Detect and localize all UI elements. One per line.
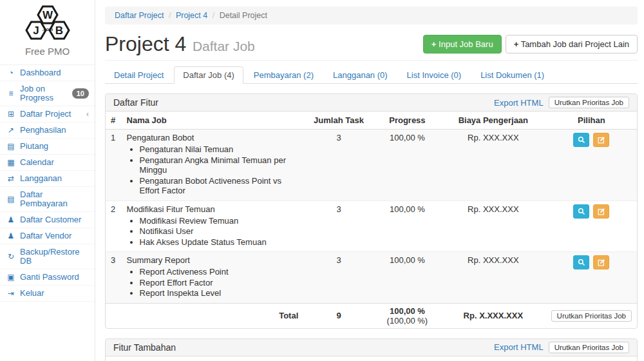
job-task-item: Report Effort Factor (140, 278, 299, 288)
biaya-cell: Rp. XXX.XXX (440, 252, 546, 304)
jumlah-task-cell: 3 (303, 200, 374, 252)
jumlah-task-cell: 3 (303, 252, 374, 304)
sidebar-item-label: Daftar Project (20, 110, 71, 119)
panel-heading-actions: Export HTML Urutkan Prioritas Job (494, 342, 629, 353)
col-progress: Progress (374, 112, 440, 130)
fitur-tambahan-table: # Nama Job Jumlah Task Progress Biaya Pe… (106, 356, 637, 361)
panel-heading: Daftar Fitur Export HTML Urutkan Priorit… (106, 94, 637, 112)
edit-job-button[interactable] (593, 133, 609, 147)
breadcrumb-separator: / (213, 11, 214, 20)
sidebar-item-backup-restore-db[interactable]: ↻ Backup/Restore DB (0, 244, 95, 269)
sidebar-item-daftar-project[interactable]: ⊞ Daftar Project ‹ (0, 106, 95, 122)
job-name: Pengaturan Bobot (127, 133, 194, 142)
jwb-logo-icon: W J B .com (18, 4, 77, 43)
users-icon: ♟ (6, 215, 16, 224)
table-row: 1 Pengaturan Bobot Pengaturan Nilai Temu… (106, 130, 637, 201)
tab-detail-project[interactable]: Detail Project (105, 66, 174, 83)
daftar-fitur-table: # Nama Job Jumlah Task Progress Biaya Pe… (106, 112, 637, 328)
col-jumlah-task: Jumlah Task (225, 356, 298, 361)
actions-cell (546, 252, 637, 304)
panel-title: Fitur Tambahan (113, 342, 176, 353)
tab-list-invoice[interactable]: List Invoice (0) (398, 66, 472, 83)
tab-pembayaran[interactable]: Pembayaran (2) (245, 66, 324, 83)
sidebar-item-penghasilan[interactable]: ↗ Penghasilan (0, 122, 95, 138)
app-logo[interactable]: W J B .com (0, 0, 95, 44)
sidebar-item-label: Job on Progress (20, 84, 72, 102)
svg-text:W: W (42, 9, 53, 21)
view-job-button[interactable] (573, 255, 589, 269)
job-task-list: Report Activeness Point Report Effort Fa… (140, 267, 299, 298)
actions-cell (546, 200, 637, 252)
empty-cell (106, 303, 122, 328)
sign-out-icon: ⇥ (6, 289, 16, 298)
sidebar-item-piutang[interactable]: ▤ Piutang (0, 139, 95, 154)
urutkan-prioritas-job-button[interactable]: Urutkan Prioritas Job (549, 97, 629, 108)
job-task-item: Report Inspekta Level (140, 288, 299, 298)
tasks-icon: ≡ (6, 89, 16, 98)
input-job-baru-button[interactable]: + Input Job Baru (423, 35, 502, 54)
tab-langganan[interactable]: Langganan (0) (324, 66, 398, 83)
view-job-button[interactable] (573, 133, 589, 147)
sidebar: W J B .com Free PMO ◔ Dashboard ≡ Job on… (0, 0, 95, 361)
sidebar-item-daftar-pembayaran[interactable]: ▤ Daftar Pembayaran (0, 187, 95, 211)
col-biaya-pengerjaan: Biaya Pengerjaan (440, 112, 546, 130)
plus-icon: + (431, 39, 437, 49)
exchange-icon: ⇄ (6, 174, 16, 183)
job-task-item: Notifikasi User (140, 226, 299, 237)
col-progress: Progress (298, 356, 412, 361)
sidebar-item-label: Backup/Restore DB (20, 248, 89, 266)
job-task-item: Pengaturan Angka Minimal Temuan per Ming… (140, 155, 299, 175)
panel-fitur-tambahan: Fitur Tambahan Export HTML Urutkan Prior… (105, 338, 638, 361)
tambah-job-dari-project-lain-button[interactable]: + Tambah Job dari Project Lain (506, 35, 638, 54)
edit-icon (598, 208, 605, 215)
sidebar-nav: ◔ Dashboard ≡ Job on Progress 10 ⊞ Dafta… (0, 64, 95, 302)
progress-cell: 100,00 % (374, 252, 440, 304)
urutkan-prioritas-job-button[interactable]: Urutkan Prioritas Job (551, 310, 632, 322)
sidebar-item-daftar-customer[interactable]: ♟ Daftar Customer (0, 212, 95, 228)
edit-icon (598, 259, 605, 266)
sidebar-item-langganan[interactable]: ⇄ Langganan (0, 171, 95, 186)
tab-daftar-job[interactable]: Daftar Job (4) (174, 66, 244, 83)
sidebar-item-label: Daftar Pembayaran (20, 190, 89, 208)
urutkan-prioritas-job-button[interactable]: Urutkan Prioritas Job (549, 342, 629, 353)
export-html-link[interactable]: Export HTML (494, 342, 544, 352)
page-title: Project 4 (105, 32, 186, 55)
brand-name: Free PMO (0, 46, 95, 57)
chevron-left-icon: ‹ (86, 110, 89, 119)
sidebar-item-ganti-password[interactable]: ▣ Ganti Password (0, 269, 95, 285)
jumlah-task-cell: 3 (303, 130, 374, 201)
col-nama-job: Nama Job (122, 356, 225, 361)
sidebar-item-label: Keluar (20, 289, 44, 298)
sidebar-item-daftar-vendor[interactable]: ♟ Daftar Vendor (0, 228, 95, 244)
search-icon (578, 208, 585, 215)
col-number: # (106, 356, 122, 361)
line-chart-icon: ↗ (6, 126, 16, 135)
table-row: 3 Summary Report Report Activeness Point… (106, 252, 637, 304)
dashboard-icon: ◔ (6, 68, 16, 77)
sidebar-item-job-on-progress[interactable]: ≡ Job on Progress 10 (0, 81, 95, 106)
panel-title: Daftar Fitur (113, 97, 158, 108)
col-jumlah-task: Jumlah Task (303, 112, 374, 130)
sidebar-item-keluar[interactable]: ⇥ Keluar (0, 286, 95, 301)
breadcrumb-project-4[interactable]: Project 4 (176, 11, 207, 20)
sidebar-item-label: Langganan (20, 174, 62, 183)
row-number: 1 (106, 130, 122, 201)
project-tabs: Detail Project Daftar Job (4) Pembayaran… (105, 66, 638, 84)
table-header-row: # Nama Job Jumlah Task Progress Biaya Pe… (106, 112, 637, 130)
sidebar-item-dashboard[interactable]: ◔ Dashboard (0, 65, 95, 81)
export-html-link[interactable]: Export HTML (494, 98, 544, 108)
sidebar-item-label: Daftar Vendor (20, 231, 71, 240)
edit-icon (598, 136, 605, 144)
refresh-icon: ↻ (6, 252, 16, 261)
table-row: 2 Modifikasi Fitur Temuan Modifikasi Rev… (106, 200, 637, 252)
total-label: Total (122, 303, 304, 328)
breadcrumb-daftar-project[interactable]: Daftar Project (115, 11, 164, 20)
tab-list-dokumen[interactable]: List Dokumen (1) (471, 66, 554, 83)
row-number: 3 (106, 252, 122, 304)
sidebar-item-calendar[interactable]: ▦ Calendar (0, 155, 95, 170)
view-job-button[interactable] (573, 204, 589, 219)
money-icon: ▤ (6, 142, 16, 151)
edit-job-button[interactable] (593, 255, 609, 269)
edit-job-button[interactable] (593, 204, 609, 219)
calendar-icon: ▦ (6, 158, 16, 167)
